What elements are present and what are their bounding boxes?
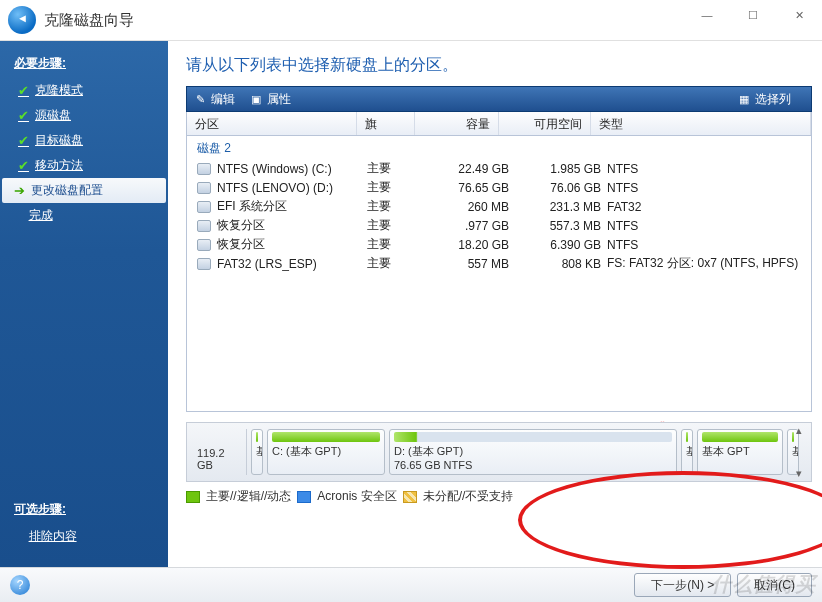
next-button[interactable]: 下一步(N) > bbox=[634, 573, 731, 597]
partition-icon bbox=[197, 258, 211, 270]
cancel-button[interactable]: 取消(C) bbox=[737, 573, 812, 597]
partition-grid: 磁盘 2 NTFS (Windows) (C:)主要22.49 GB1.985 … bbox=[186, 136, 812, 412]
partition-row[interactable]: EFI 系统分区主要260 MB231.3 MBFAT32 bbox=[187, 197, 811, 216]
disk-segment-c[interactable]: C: (基本 GPT) bbox=[267, 429, 385, 475]
edit-button[interactable]: ✎编辑 bbox=[193, 91, 235, 108]
help-button[interactable]: ? bbox=[10, 575, 30, 595]
step-source-disk[interactable]: ✔源磁盘 bbox=[0, 103, 168, 128]
disk-segment[interactable]: 基本 GPT bbox=[697, 429, 783, 475]
header-type[interactable]: 类型 bbox=[591, 112, 811, 135]
chevron-up-icon: ▴ bbox=[796, 424, 810, 437]
partition-row[interactable]: NTFS (Windows) (C:)主要22.49 GB1.985 GBNTF… bbox=[187, 159, 811, 178]
disk-segment-d[interactable]: D: (基本 GPT)76.65 GB NTFS bbox=[389, 429, 677, 475]
legend: 主要//逻辑//动态 Acronis 安全区 未分配//不受支持 bbox=[186, 488, 812, 505]
header-capacity[interactable]: 容量 bbox=[415, 112, 499, 135]
partition-row[interactable]: 恢复分区主要.977 GB557.3 MBNTFS bbox=[187, 216, 811, 235]
grid-header: 分区 旗 容量 可用空间 类型 bbox=[186, 112, 812, 136]
check-icon: ✔ bbox=[18, 133, 29, 148]
partition-row[interactable]: 恢复分区主要18.20 GB6.390 GBNTFS bbox=[187, 235, 811, 254]
partition-icon bbox=[197, 163, 211, 175]
window-title: 克隆磁盘向导 bbox=[44, 11, 134, 30]
disk-group-label: 磁盘 2 bbox=[187, 138, 811, 159]
arrow-icon: ➔ bbox=[14, 183, 25, 198]
close-button[interactable]: ✕ bbox=[776, 0, 822, 30]
columns-icon: ▦ bbox=[737, 92, 751, 106]
pencil-icon: ✎ bbox=[193, 92, 207, 106]
legend-swatch-acronis bbox=[297, 491, 311, 503]
choose-columns-button[interactable]: ▦选择列 bbox=[737, 91, 791, 108]
step-move-method[interactable]: ✔移动方法 bbox=[0, 153, 168, 178]
diskbar-scroll[interactable]: ▴▾ bbox=[796, 424, 810, 480]
step-exclude-content[interactable]: •排除内容 bbox=[0, 524, 168, 549]
header-partition[interactable]: 分区 bbox=[187, 112, 357, 135]
step-finish[interactable]: •完成 bbox=[0, 203, 168, 228]
properties-button[interactable]: ▣属性 bbox=[249, 91, 291, 108]
disk-segment[interactable]: 基... bbox=[681, 429, 693, 475]
chevron-down-icon: ▾ bbox=[796, 467, 810, 480]
partition-row[interactable]: FAT32 (LRS_ESP)主要557 MB808 KBFS: FAT32 分… bbox=[187, 254, 811, 273]
title-bar: 克隆磁盘向导 — ☐ ✕ bbox=[0, 0, 822, 41]
properties-icon: ▣ bbox=[249, 92, 263, 106]
check-icon: ✔ bbox=[18, 108, 29, 123]
disk-total-size: 119.2 GB bbox=[193, 429, 247, 475]
content-pane: 请从以下列表中选择新硬盘上的分区。 ✎编辑 ▣属性 ▦选择列 分区 旗 容量 可… bbox=[168, 41, 822, 567]
legend-swatch-primary bbox=[186, 491, 200, 503]
annotation-ellipse bbox=[518, 471, 822, 569]
partition-icon bbox=[197, 220, 211, 232]
back-orb-icon[interactable] bbox=[8, 6, 36, 34]
content-toolbar: ✎编辑 ▣属性 ▦选择列 bbox=[186, 86, 812, 112]
partition-icon bbox=[197, 182, 211, 194]
footer-bar: ? 下一步(N) > 取消(C) bbox=[0, 567, 822, 602]
optional-steps-title: 可选步骤: bbox=[0, 495, 168, 524]
header-free[interactable]: 可用空间 bbox=[499, 112, 591, 135]
disk-segment[interactable]: 基... bbox=[251, 429, 263, 475]
step-change-config[interactable]: ➔更改磁盘配置 bbox=[2, 178, 166, 203]
header-flag[interactable]: 旗 bbox=[357, 112, 415, 135]
check-icon: ✔ bbox=[18, 83, 29, 98]
maximize-button[interactable]: ☐ bbox=[730, 0, 776, 30]
partition-row[interactable]: NTFS (LENOVO) (D:)主要76.65 GB76.06 GBNTFS bbox=[187, 178, 811, 197]
step-clone-mode[interactable]: ✔克隆模式 bbox=[0, 78, 168, 103]
step-target-disk[interactable]: ✔目标磁盘 bbox=[0, 128, 168, 153]
partition-icon bbox=[197, 239, 211, 251]
instruction-text: 请从以下列表中选择新硬盘上的分区。 bbox=[186, 49, 812, 86]
window-buttons: — ☐ ✕ bbox=[684, 0, 822, 30]
partition-icon bbox=[197, 201, 211, 213]
disk-layout-bar: 119.2 GB 基... C: (基本 GPT) D: (基本 GPT)76.… bbox=[186, 422, 812, 482]
required-steps-title: 必要步骤: bbox=[0, 49, 168, 78]
minimize-button[interactable]: — bbox=[684, 0, 730, 30]
legend-swatch-unalloc bbox=[403, 491, 417, 503]
check-icon: ✔ bbox=[18, 158, 29, 173]
wizard-sidebar: 必要步骤: ✔克隆模式 ✔源磁盘 ✔目标磁盘 ✔移动方法 ➔更改磁盘配置 •完成… bbox=[0, 41, 168, 567]
